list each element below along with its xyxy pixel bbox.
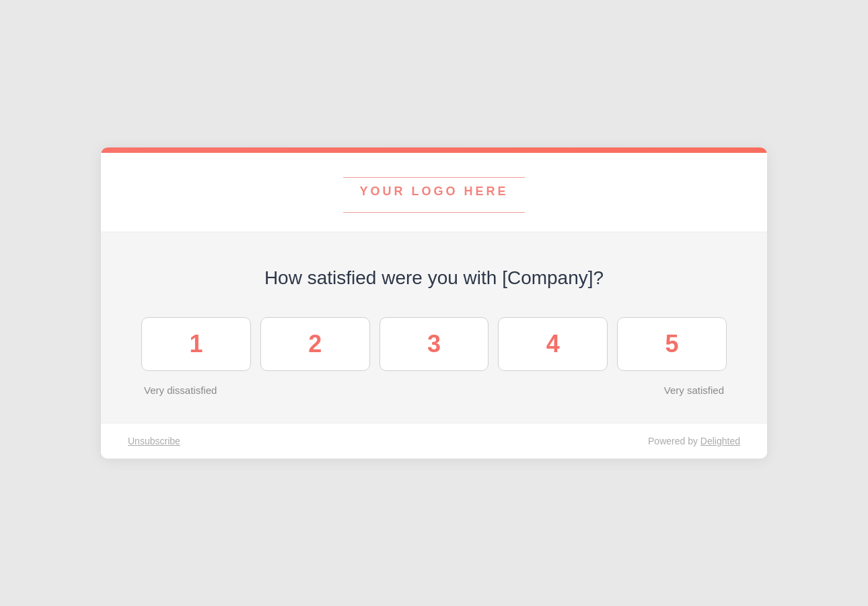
delighted-link[interactable]: Delighted bbox=[700, 436, 740, 446]
rating-number-5: 5 bbox=[665, 330, 679, 358]
rating-button-1[interactable]: 1 bbox=[141, 317, 251, 371]
question-text: How satisfied were you with [Company]? bbox=[141, 266, 727, 290]
card-body: How satisfied were you with [Company]? 1… bbox=[101, 232, 767, 423]
card-footer: Unsubscribe Powered by Delighted bbox=[101, 423, 767, 459]
accent-bar bbox=[101, 147, 767, 153]
rating-button-5[interactable]: 5 bbox=[617, 317, 727, 371]
rating-button-3[interactable]: 3 bbox=[379, 317, 489, 371]
unsubscribe-link[interactable]: Unsubscribe bbox=[128, 436, 180, 446]
rating-button-4[interactable]: 4 bbox=[498, 317, 608, 371]
scale-label-left: Very dissatisfied bbox=[144, 384, 217, 396]
rating-number-4: 4 bbox=[546, 330, 560, 358]
scale-labels: Very dissatisfied Very satisfied bbox=[141, 384, 727, 396]
rating-button-2[interactable]: 2 bbox=[260, 317, 370, 371]
powered-by: Powered by Delighted bbox=[648, 436, 740, 446]
card-header: YOUR LOGO HERE bbox=[101, 153, 767, 232]
rating-number-2: 2 bbox=[308, 330, 322, 358]
rating-number-1: 1 bbox=[189, 330, 203, 358]
scale-label-right: Very satisfied bbox=[664, 384, 724, 396]
logo-line-bottom bbox=[343, 212, 525, 213]
survey-card: YOUR LOGO HERE How satisfied were you wi… bbox=[101, 147, 767, 459]
logo-text: YOUR LOGO HERE bbox=[359, 184, 508, 199]
rating-number-3: 3 bbox=[427, 330, 441, 358]
logo-line-top bbox=[343, 177, 525, 178]
logo-container: YOUR LOGO HERE bbox=[343, 177, 525, 213]
rating-scale: 1 2 3 4 5 bbox=[141, 317, 727, 371]
powered-by-prefix: Powered by bbox=[648, 436, 700, 446]
